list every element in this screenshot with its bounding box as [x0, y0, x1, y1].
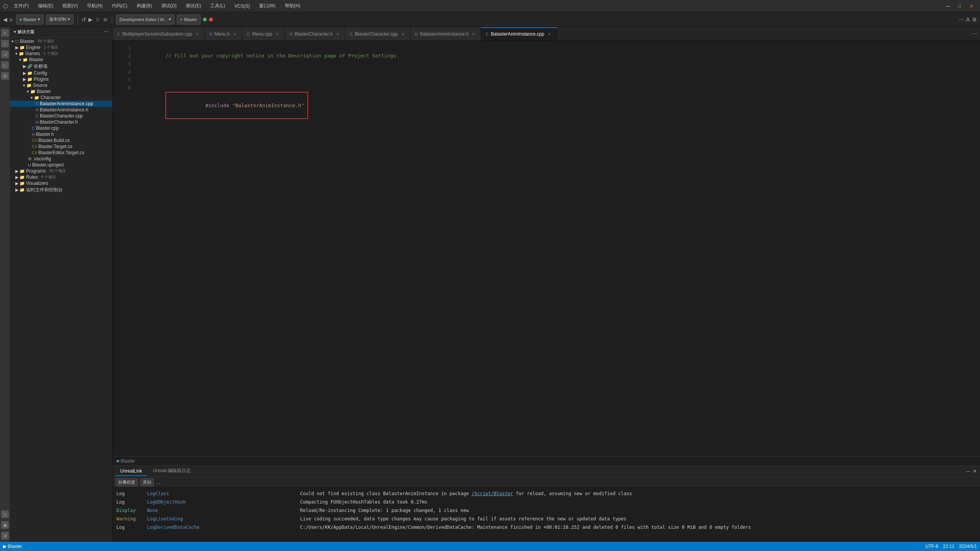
forward-button[interactable]: ▶: [10, 16, 14, 23]
tab-h-icon-3: H: [415, 32, 418, 36]
tree-source[interactable]: ▾ 📁 Source: [10, 82, 112, 88]
breadcrumb-bar: ■ Blaster: [113, 456, 980, 465]
menu-file[interactable]: 文件(F): [11, 2, 32, 10]
output-more-icon[interactable]: ...: [156, 479, 160, 485]
stop-icon[interactable]: ⏹: [103, 16, 108, 23]
tree-plugins[interactable]: ▶ 📁 Plugins: [10, 76, 112, 82]
tab-overflow-icon[interactable]: ⋯: [969, 31, 980, 36]
tree-blaster-build-cs[interactable]: C# Blaster.Build.cs: [10, 137, 112, 143]
font-size-icon[interactable]: A: [966, 16, 970, 23]
menu-tools[interactable]: 工具(L): [207, 2, 228, 10]
tab-cpp-icon-2: C: [247, 32, 250, 36]
tab-close-menu-cpp[interactable]: ✕: [274, 31, 280, 37]
tree-uproject[interactable]: U Blaster.uproject: [10, 162, 112, 168]
version-control-button[interactable]: 版本控制 ▾: [46, 15, 74, 24]
panel-close-icon[interactable]: ✕: [973, 468, 977, 474]
menu-vcs[interactable]: VCS(S): [231, 3, 253, 10]
tree-visualizers[interactable]: ▶ 📁 Visualizers: [10, 180, 112, 186]
tree-blaster-h[interactable]: H Blaster.h: [10, 131, 112, 137]
log-category-1: LogClass: [147, 490, 216, 497]
tab-close-multiplayer[interactable]: ✕: [194, 31, 200, 37]
tree-engine[interactable]: ▶ 📁 Engine · 1 个项目: [10, 44, 112, 51]
menu-debug[interactable]: 调试(D): [158, 2, 180, 10]
refresh-icon[interactable]: ↺: [82, 16, 86, 23]
menu-edit[interactable]: 编辑(E): [35, 2, 56, 10]
tree-blaster-editor-target-cs[interactable]: C# BlasterEditor.Target.cs: [10, 150, 112, 156]
menu-build[interactable]: 构建(B): [134, 2, 155, 10]
tab-balaster-anim-h[interactable]: H BalasterAnimInstance.h ✕: [410, 27, 481, 40]
tree-vsconfig[interactable]: ⚙ .vsconfig: [10, 156, 112, 162]
tree-balaster-anim-cpp[interactable]: C BalasterAnimInstance.cpp: [10, 101, 112, 107]
tree-character-folder[interactable]: ▾ 📁 Character: [10, 95, 112, 101]
tree-temp-console[interactable]: ▶ 📁 临时文件和控制台: [10, 186, 112, 194]
tree-blaster-root[interactable]: ▾ 📁 Blaster: [10, 57, 112, 63]
maximize-button[interactable]: □: [955, 3, 964, 9]
menu-test[interactable]: 测试(E): [183, 2, 204, 10]
pause-icon[interactable]: ⏸: [95, 16, 100, 23]
tree-solution[interactable]: ▾ ⬡ Blaster · 49 个项目: [10, 38, 112, 44]
collapse-level-btn[interactable]: 折叠程度: [116, 478, 138, 486]
settings-icon[interactable]: ⚙: [972, 16, 977, 23]
collapse-icon[interactable]: ▾: [14, 29, 16, 34]
tab-close-menu-h[interactable]: ✕: [232, 31, 237, 37]
tree-deps[interactable]: ▶ 🔗 依赖项: [10, 63, 112, 70]
menu-window[interactable]: 窗口(W): [256, 2, 279, 10]
menu-code[interactable]: 代码(C): [109, 2, 131, 10]
toolbar-separator-2: [112, 16, 112, 23]
code-content[interactable]: // Fill out your copyright notice in the…: [132, 41, 974, 456]
tree-config[interactable]: ▶ 📁 Config: [10, 70, 112, 76]
tree-rules[interactable]: ▶ 📁 Rules · 4 个项目: [10, 174, 112, 180]
tab-menu-cpp[interactable]: C Menu.cpp ✕: [242, 27, 285, 40]
tab-h-icon-2: H: [289, 32, 292, 36]
explorer-icon[interactable]: ≡: [1, 29, 9, 37]
debug-icon[interactable]: ▷: [1, 61, 9, 69]
tree-programs[interactable]: ▶ 📁 Programs · 43 个项目: [10, 168, 112, 174]
editor-scrollbar[interactable]: [974, 41, 980, 456]
account-icon[interactable]: ◉: [1, 521, 9, 529]
search-icon[interactable]: ⌕: [1, 40, 9, 47]
tree-blaster-char-cpp[interactable]: C BlasterCharacter.cpp: [10, 113, 112, 119]
more-sidebar-icon[interactable]: ⋯: [104, 29, 108, 34]
tree-blaster-char-h[interactable]: H BlasterCharacter.h: [10, 119, 112, 125]
tab-close-blaster-char-h[interactable]: ✕: [335, 31, 340, 37]
tree-games[interactable]: ▾ 📁 Games · 1 个项目: [10, 51, 112, 57]
menu-nav[interactable]: 导航(N): [84, 2, 106, 10]
tab-menu-h[interactable]: H Menu.h ✕: [205, 27, 242, 40]
tree-blaster-cpp[interactable]: C Blaster.cpp: [10, 125, 112, 131]
tree-balaster-anim-h[interactable]: H BalasterAnimInstance.h: [10, 107, 112, 113]
tab-blaster-char-cpp[interactable]: C BlasterCharacter.cpp ✕: [345, 27, 410, 40]
blaster-run-button[interactable]: ● Blaster: [177, 15, 201, 24]
editor-mode-button[interactable]: Development Editor | W... ▾: [116, 15, 175, 24]
tab-balaster-anim-cpp[interactable]: C BalasterAnimInstance.cpp ✕: [481, 27, 557, 40]
close-button[interactable]: ✕: [966, 3, 977, 9]
back-button[interactable]: ◀: [3, 16, 7, 23]
tree-blaster-target-cs[interactable]: C# Blaster.Target.cs: [10, 143, 112, 150]
play-icon[interactable]: ▶: [88, 16, 93, 23]
git-icon[interactable]: ⎇: [1, 51, 9, 58]
tab-unreal-editor-log[interactable]: Unreal 编辑器日志: [148, 466, 195, 476]
activity-bar: ≡ ⌕ ⎇ ▷ ⊞ ⟩⟨ ◉ ⚙: [0, 27, 10, 542]
more-options-icon[interactable]: ⋯: [959, 16, 964, 22]
tab-close-balaster-anim-cpp[interactable]: ✕: [547, 31, 552, 37]
project-button[interactable]: ■ Blaster ▾: [16, 15, 44, 24]
menu-help[interactable]: 帮助(H): [282, 2, 304, 10]
tab-unreallink[interactable]: UnrealLink: [116, 467, 147, 476]
panel-collapse-icon[interactable]: ─: [966, 468, 970, 474]
main-layout: ≡ ⌕ ⎇ ▷ ⊞ ⟩⟨ ◉ ⚙ ▾ 解决方案 ⋯ ▾ ⬡ Blaster · …: [0, 27, 980, 542]
minimize-button[interactable]: ─: [943, 3, 953, 9]
code-editor[interactable]: 1 2 3 4 5 6 // Fill out your copyright n…: [113, 41, 980, 456]
log-link-1[interactable]: /Script/Blaster: [472, 491, 513, 496]
tree-blaster-source[interactable]: ▾ 📁 Blaster: [10, 88, 112, 95]
tab-close-blaster-char-cpp[interactable]: ✕: [400, 31, 405, 37]
remote-icon[interactable]: ⟩⟨: [1, 510, 9, 518]
output-content[interactable]: Log LogClass Could not find existing cla…: [113, 488, 980, 542]
tab-blaster-char-h[interactable]: H BlasterCharacter.h ✕: [285, 27, 345, 40]
tab-close-balaster-anim-h[interactable]: ✕: [471, 31, 476, 37]
extensions-icon[interactable]: ⊞: [1, 72, 9, 80]
toolbar-separator-1: [77, 16, 78, 23]
log-message-4: Live coding succeeded, data type changes…: [300, 515, 976, 523]
category-btn[interactable]: 类别: [140, 478, 154, 486]
tab-multiplayer[interactable]: C MultiplayerSessionSubsystem.cpp ✕: [113, 27, 205, 40]
settings-sidebar-icon[interactable]: ⚙: [1, 532, 9, 540]
menu-view[interactable]: 视图(V): [59, 2, 81, 10]
